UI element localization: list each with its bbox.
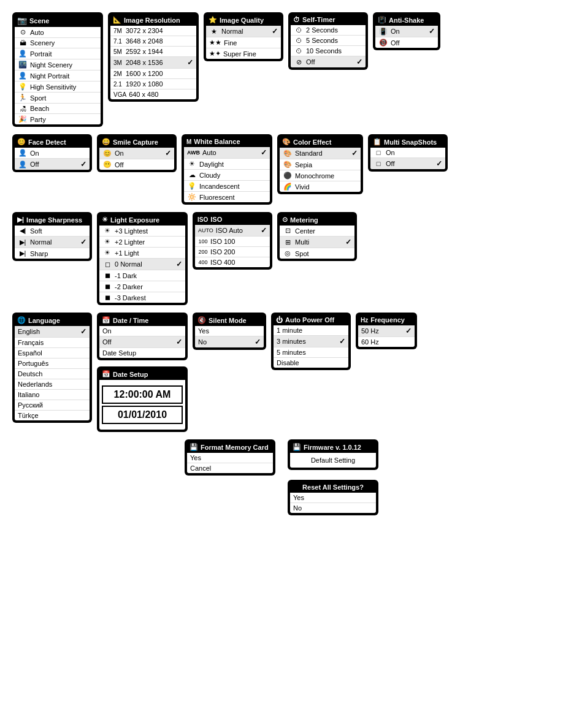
list-item[interactable]: Yes [195, 326, 264, 336]
list-item[interactable]: 😊On✓ [99, 148, 174, 159]
metering-menu[interactable]: ⊙ Metering ⊡Center ⊞Multi✓ ◎Spot [277, 212, 357, 261]
image-quality-menu[interactable]: ⭐ Image Quality ★Normal✓ ★★Fine ★✦Super … [204, 12, 283, 61]
list-item[interactable]: ⚫Monochrome [280, 170, 361, 181]
list-item[interactable]: 🔆Fluorescent [184, 192, 270, 202]
list-item[interactable]: 👤On [15, 148, 90, 159]
list-item[interactable]: Deutsch [15, 369, 90, 379]
list-item[interactable]: ◎Spot [280, 248, 354, 259]
date-display[interactable]: 01/01/2010 [102, 406, 183, 424]
list-item[interactable]: 🏖Beach [15, 104, 101, 114]
list-item[interactable]: ⏲2 Seconds [291, 25, 366, 36]
iso-menu[interactable]: ISO ISO AUTOISO Auto✓ 100ISO 100 200ISO … [193, 212, 272, 270]
list-item[interactable]: 7.13648 x 2048 [110, 36, 196, 47]
list-item[interactable]: Date Setup [99, 348, 185, 358]
list-item[interactable]: 1 minute [274, 325, 348, 336]
list-item[interactable]: 2.11920 x 1080 [110, 79, 196, 89]
list-item[interactable]: VGA640 x 480 [110, 89, 196, 99]
list-item[interactable]: 👤Off✓ [15, 159, 90, 170]
list-item[interactable]: ⏲10 Seconds [291, 46, 366, 56]
list-item[interactable]: ★✦Super Fine [206, 48, 281, 59]
anti-shake-menu[interactable]: 📳 Anti-Shake 📳On✓ 📵Off [373, 12, 440, 50]
list-item[interactable]: Español [15, 348, 90, 358]
list-item[interactable]: On [99, 326, 185, 336]
smile-capture-menu[interactable]: 😄 Smile Capture 😊On✓ 😶Off [97, 134, 177, 172]
list-item[interactable]: Yes [290, 493, 376, 503]
list-item[interactable]: 7M3072 x 2304 [110, 26, 196, 36]
list-item[interactable]: ▶|Normal✓ [15, 237, 90, 248]
image-resolution-menu[interactable]: 📐 Image Resolution 7M3072 x 2304 7.13648… [108, 12, 199, 102]
list-item[interactable]: ⏲5 Seconds [291, 36, 366, 46]
list-item[interactable]: 💡Incandescent [184, 181, 270, 192]
list-item[interactable]: 50 Hz✓ [358, 325, 415, 337]
list-item[interactable]: Русский [15, 400, 90, 411]
datetime-menu[interactable]: 📅 Date / Time On Off✓ Date Setup [97, 313, 188, 360]
list-item[interactable]: 100ISO 100 [195, 237, 270, 247]
date-setup-menu[interactable]: 📅 Date Setup 12:00:00 AM 01/01/2010 [97, 366, 188, 432]
format-memory-menu[interactable]: 💾 Format Memory Card Yes Cancel [185, 439, 275, 476]
list-item[interactable]: □Off✓ [370, 158, 445, 169]
self-timer-menu[interactable]: ⏱ Self-Timer ⏲2 Seconds ⏲5 Seconds ⏲10 S… [288, 12, 368, 70]
list-item[interactable]: No [290, 503, 376, 513]
list-item[interactable]: 3 minutes✓ [274, 336, 348, 347]
list-item[interactable]: Italiano [15, 390, 90, 400]
list-item[interactable]: 2M1600 x 1200 [110, 69, 196, 79]
list-item[interactable]: ◀|Soft [15, 226, 90, 237]
face-detect-menu[interactable]: 😊 Face Detect 👤On 👤Off✓ [12, 134, 92, 172]
image-sharpness-menu[interactable]: ▶| Image Sharpness ◀|Soft ▶|Normal✓ ▶|Sh… [12, 212, 92, 261]
auto-power-off-menu[interactable]: ⏻ Auto Power Off 1 minute 3 minutes✓ 5 m… [271, 313, 351, 370]
list-item[interactable]: ◼-2 Darker [99, 281, 185, 292]
list-item[interactable]: ◼-3 Darkest [99, 292, 185, 303]
list-item[interactable]: 5M2592 x 1944 [110, 47, 196, 57]
silent-mode-menu[interactable]: 🔇 Silent Mode Yes No✓ [193, 313, 266, 350]
list-item[interactable]: Cancel [187, 463, 273, 473]
list-item[interactable]: Off✓ [99, 336, 185, 348]
list-item[interactable]: 🎉Party [15, 114, 101, 124]
list-item[interactable]: 3M2048 x 1536✓ [110, 57, 196, 69]
list-item[interactable]: 🏃Sport [15, 93, 101, 104]
list-item[interactable]: ⊡Center [280, 226, 354, 237]
list-item[interactable]: 👤Night Portrait [15, 70, 101, 82]
list-item[interactable]: AUTOISO Auto✓ [195, 225, 270, 237]
light-exposure-menu[interactable]: ☀ Light Exposure ☀+3 Lightest ☀+2 Lighte… [97, 212, 188, 305]
list-item[interactable]: ☀Daylight [184, 159, 270, 170]
scene-menu[interactable]: 📷 Scene ⊙Auto 🏔Scenery 👤Portrait 🌃Night … [12, 12, 103, 127]
list-item[interactable]: ☀+3 Lightest [99, 226, 185, 237]
list-item[interactable]: 🎨Sepia [280, 159, 361, 170]
list-item[interactable]: Português [15, 358, 90, 369]
list-item[interactable]: 😶Off [99, 159, 174, 170]
list-item[interactable]: ◼-1 Dark [99, 270, 185, 281]
list-item[interactable]: AWBAuto✓ [184, 147, 270, 159]
list-item[interactable]: Français [15, 338, 90, 348]
color-effect-menu[interactable]: 🎨 Color Effect 🎨Standard✓ 🎨Sepia ⚫Monoch… [277, 134, 363, 194]
list-item[interactable]: ◻0 Normal✓ [99, 259, 185, 270]
list-item[interactable]: ☀+2 Lighter [99, 237, 185, 248]
list-item[interactable]: 60 Hz [358, 337, 415, 347]
list-item[interactable]: 👤Portrait [15, 48, 101, 59]
list-item[interactable]: □On [370, 148, 445, 158]
list-item[interactable]: Türkçe [15, 411, 90, 420]
list-item[interactable]: English✓ [15, 326, 90, 338]
time-display[interactable]: 12:00:00 AM [102, 385, 183, 404]
list-item[interactable]: ★★Fine [206, 37, 281, 48]
list-item[interactable]: Nederlands [15, 379, 90, 390]
language-menu[interactable]: 🌐 Language English✓ Français Español Por… [12, 313, 92, 423]
list-item[interactable]: 🎨Standard✓ [280, 148, 361, 159]
list-item[interactable]: No✓ [195, 336, 264, 347]
list-item[interactable]: ⊘Off✓ [291, 56, 366, 67]
list-item[interactable]: ☁Cloudy [184, 170, 270, 181]
list-item[interactable]: 📵Off [375, 37, 438, 48]
white-balance-menu[interactable]: M White Balance AWBAuto✓ ☀Daylight ☁Clou… [182, 134, 272, 205]
list-item[interactable]: ★Normal✓ [206, 26, 281, 37]
list-item[interactable]: ⊙Auto [15, 27, 101, 38]
frequency-menu[interactable]: Hz Frequency 50 Hz✓ 60 Hz [356, 313, 417, 349]
multi-snapshots-menu[interactable]: 📋 Multi SnapShots □On □Off✓ [368, 134, 448, 172]
list-item[interactable]: Yes [187, 453, 273, 463]
list-item[interactable]: 400ISO 400 [195, 257, 270, 267]
list-item[interactable]: Disable [274, 358, 348, 368]
list-item[interactable]: ▶|Sharp [15, 248, 90, 259]
list-item[interactable]: 🌈Vivid [280, 181, 361, 192]
list-item[interactable]: 💡High Sensitivity [15, 82, 101, 93]
default-setting-button[interactable]: Default Setting [293, 455, 373, 465]
list-item[interactable]: 5 minutes [274, 347, 348, 358]
list-item[interactable]: ⊞Multi✓ [280, 237, 354, 248]
